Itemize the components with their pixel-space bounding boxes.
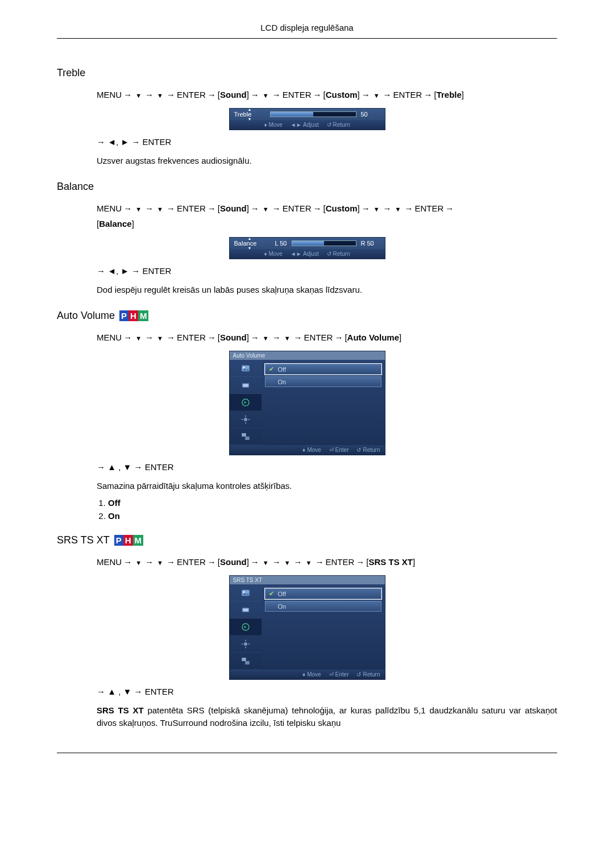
srs-target: SRS TS XT bbox=[368, 557, 413, 567]
menu-path-balance: MENU→▼→▼→ENTER→[Sound]→▼→ENTER→[Custom]→… bbox=[97, 201, 557, 231]
sound-label: Sound bbox=[220, 333, 247, 342]
enter-label: ENTER bbox=[177, 333, 206, 342]
osd-l-value: L 50 bbox=[270, 240, 287, 247]
enter-label: ENTER bbox=[393, 90, 422, 99]
osd-slider-track[interactable] bbox=[270, 111, 356, 117]
osd-hint-bar: ♦ Move ⏎ Enter ↺ Return bbox=[230, 670, 385, 679]
heading-text: SRS TS XT bbox=[57, 534, 110, 546]
svg-rect-22 bbox=[242, 658, 246, 661]
osd-options: ✔Off ✔On bbox=[262, 360, 385, 445]
sound-label: Sound bbox=[220, 203, 247, 213]
hint-move: Move bbox=[307, 671, 321, 678]
osd-icon-column bbox=[230, 584, 262, 670]
hint-adjust: Adjust bbox=[303, 122, 319, 128]
svg-point-13 bbox=[243, 591, 244, 593]
desc-treble: Uzsver augstas frekvences audiosignālu. bbox=[97, 155, 557, 168]
adjust-line-srs: → ▲ , ▼ → ENTER bbox=[97, 686, 557, 699]
menu-label: MENU bbox=[97, 557, 122, 567]
svg-rect-11 bbox=[245, 437, 250, 440]
menu-icon-setup[interactable] bbox=[230, 636, 262, 653]
balance-target: Balance bbox=[99, 219, 132, 229]
menu-icon-input[interactable] bbox=[230, 601, 262, 618]
menu-icon-input[interactable] bbox=[230, 377, 262, 394]
menu-icon-multi[interactable] bbox=[230, 428, 262, 445]
svg-rect-23 bbox=[245, 661, 250, 665]
svg-rect-15 bbox=[243, 608, 248, 611]
enter-label: ENTER bbox=[283, 203, 312, 213]
page-footer-rule bbox=[57, 753, 557, 753]
desc-balance: Dod iespēju regulēt kreisās un labās pus… bbox=[97, 284, 557, 297]
list-item: Off bbox=[108, 498, 557, 508]
enter-label: ENTER bbox=[177, 90, 206, 99]
osd-slider-fill bbox=[292, 241, 324, 246]
adjust-line-balance: → ◄, ► → ENTER bbox=[97, 265, 557, 278]
menu-label: MENU bbox=[97, 90, 122, 99]
menu-path-treble: MENU→▼→▼→ENTER→[Sound]→▼→ENTER→[Custom]→… bbox=[97, 87, 557, 102]
list-on: On bbox=[108, 511, 120, 521]
svg-point-1 bbox=[243, 367, 244, 368]
osd-autovolume: Auto Volume ✔Off ✔On ♦ Move ⏎ Enter ↺ Re… bbox=[229, 351, 385, 455]
phm-badge-icon: PHM bbox=[119, 310, 148, 321]
osd-slider-track[interactable] bbox=[292, 240, 356, 246]
osd-label-text: Balance bbox=[234, 240, 257, 247]
section-heading-srs: SRS TS XT PHM bbox=[57, 534, 557, 546]
option-off-label: Off bbox=[278, 591, 286, 597]
svg-point-17 bbox=[244, 642, 247, 646]
srs-bold-prefix: SRS TS XT bbox=[97, 705, 144, 715]
adjust-line-treble: → ◄, ► → ENTER bbox=[97, 136, 557, 149]
osd-treble: ▲ Treble ▼ 50 ♦ Move ◄► Adjust ↺ Return bbox=[229, 108, 385, 130]
autovolume-options-list: Off On bbox=[108, 498, 557, 521]
enter-label: ENTER bbox=[415, 203, 444, 213]
osd-slider-label: ▲ Treble ▼ bbox=[234, 111, 265, 118]
osd-r-value: R 50 bbox=[361, 240, 380, 247]
osd-slider-value: 50 bbox=[361, 111, 380, 118]
option-off[interactable]: ✔Off bbox=[265, 588, 381, 599]
custom-label: Custom bbox=[326, 203, 358, 213]
option-on-label: On bbox=[278, 379, 287, 385]
hint-enter: Enter bbox=[335, 447, 349, 453]
menu-icon-setup[interactable] bbox=[230, 411, 262, 428]
phm-badge-icon: PHM bbox=[114, 535, 143, 546]
enter-label: ENTER bbox=[325, 557, 354, 567]
menu-icon-picture[interactable] bbox=[230, 360, 262, 377]
menu-label: MENU bbox=[97, 203, 122, 213]
enter-label: ENTER bbox=[304, 333, 333, 342]
svg-rect-3 bbox=[243, 384, 248, 387]
heading-text: Auto Volume bbox=[57, 310, 115, 322]
enter-label: ENTER bbox=[283, 90, 312, 99]
section-heading-treble: Treble bbox=[57, 67, 557, 79]
menu-icon-picture[interactable] bbox=[230, 584, 262, 601]
enter-label: ENTER bbox=[177, 557, 206, 567]
menu-label: MENU bbox=[97, 333, 122, 342]
menu-icon-sound[interactable] bbox=[230, 618, 262, 636]
osd-icon-column bbox=[230, 360, 262, 445]
hint-return: Return bbox=[363, 671, 380, 678]
osd-srs: SRS TS XT ✔Off ✔On ♦ Move ⏎ Enter ↺ Retu… bbox=[229, 575, 385, 680]
hint-return: Return bbox=[333, 251, 350, 257]
hint-move: Move bbox=[268, 251, 282, 257]
adjust-line-autovolume: → ▲ , ▼ → ENTER bbox=[97, 461, 557, 474]
section-heading-autovolume: Auto Volume PHM bbox=[57, 310, 557, 322]
option-off[interactable]: ✔Off bbox=[265, 364, 381, 375]
osd-hint-bar: ♦ Move ⏎ Enter ↺ Return bbox=[230, 445, 385, 455]
list-item: On bbox=[108, 511, 557, 521]
osd-slider-label: ▲ Balance ▼ bbox=[234, 240, 265, 247]
section-heading-balance: Balance bbox=[57, 181, 557, 193]
hint-enter: Enter bbox=[335, 671, 349, 678]
option-on[interactable]: ✔On bbox=[265, 601, 381, 612]
option-on-label: On bbox=[278, 603, 287, 610]
osd-slider-fill bbox=[271, 112, 313, 117]
list-off: Off bbox=[108, 498, 121, 508]
option-on[interactable]: ✔On bbox=[265, 376, 381, 387]
hint-move: Move bbox=[307, 447, 321, 453]
menu-icon-sound[interactable] bbox=[230, 394, 262, 411]
osd-menu-title: SRS TS XT bbox=[230, 576, 385, 584]
desc-srs: SRS TS XT patentēta SRS (telpiskā skanēj… bbox=[97, 704, 557, 730]
option-off-label: Off bbox=[278, 366, 286, 373]
osd-menu-title: Auto Volume bbox=[230, 351, 385, 360]
enter-label: ENTER bbox=[177, 203, 206, 213]
hint-return: Return bbox=[333, 122, 350, 128]
hint-move: Move bbox=[268, 122, 282, 128]
menu-icon-multi[interactable] bbox=[230, 653, 262, 670]
custom-label: Custom bbox=[326, 90, 358, 99]
